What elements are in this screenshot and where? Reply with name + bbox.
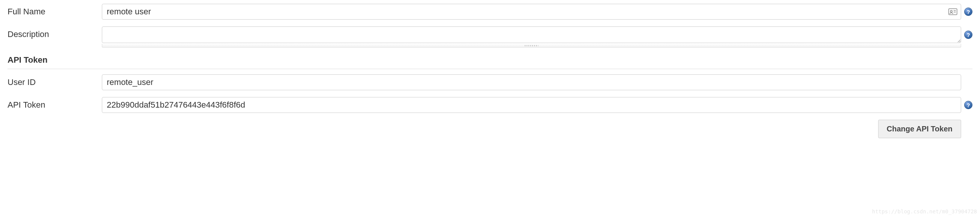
- description-row: Description ?: [8, 26, 972, 43]
- user-id-input[interactable]: [102, 74, 961, 90]
- description-label: Description: [8, 26, 102, 39]
- help-icon[interactable]: ?: [964, 101, 972, 109]
- section-divider: [8, 69, 972, 69]
- full-name-input[interactable]: [102, 4, 961, 20]
- help-icon[interactable]: ?: [964, 30, 972, 39]
- button-row: Change API Token: [8, 120, 972, 138]
- svg-point-1: [951, 11, 953, 13]
- change-api-token-button[interactable]: Change API Token: [878, 120, 961, 138]
- description-textarea[interactable]: [102, 26, 961, 43]
- textarea-resize-handle[interactable]: [102, 44, 961, 48]
- full-name-label: Full Name: [8, 4, 102, 17]
- user-id-field-wrapper: [102, 74, 972, 90]
- id-card-icon: [948, 8, 958, 16]
- description-field-wrapper: ?: [102, 26, 972, 43]
- full-name-row: Full Name ?: [8, 4, 972, 20]
- user-id-label: User ID: [8, 74, 102, 87]
- full-name-field-wrapper: ?: [102, 4, 972, 20]
- api-token-input[interactable]: [102, 97, 961, 113]
- api-token-row: API Token ?: [8, 97, 972, 113]
- user-id-row: User ID: [8, 74, 972, 90]
- api-token-label: API Token: [8, 97, 102, 110]
- help-icon[interactable]: ?: [964, 8, 972, 16]
- api-token-field-wrapper: ?: [102, 97, 972, 113]
- api-token-section-header: API Token: [8, 55, 972, 67]
- full-name-input-container: [102, 4, 961, 20]
